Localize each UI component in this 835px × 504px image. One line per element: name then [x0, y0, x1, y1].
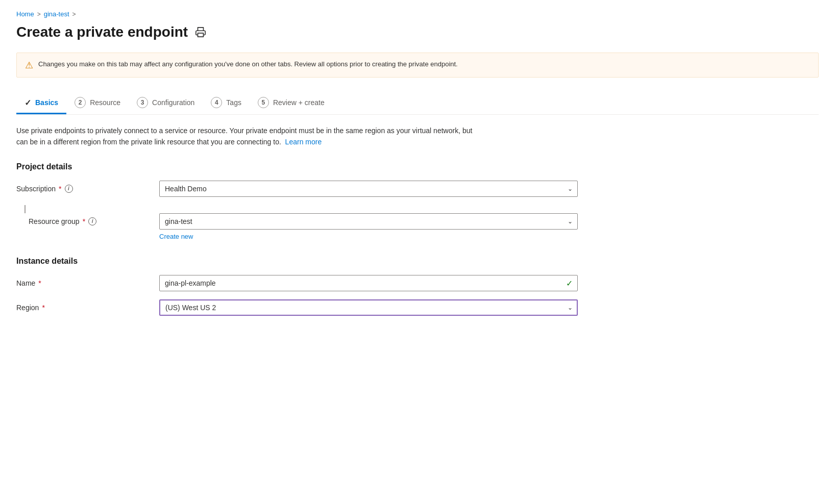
resource-group-label: Resource group * i — [16, 213, 149, 230]
name-control: ✓ — [159, 275, 578, 291]
warning-banner: ⚠ Changes you make on this tab may affec… — [16, 53, 819, 78]
name-label-group: Name * — [16, 275, 149, 291]
breadcrumb-sep-1: > — [37, 11, 41, 18]
region-control: (US) West US 2 ⌄ — [159, 299, 578, 316]
breadcrumb: Home > gina-test > — [16, 10, 819, 18]
subscription-dropdown[interactable]: Health Demo — [159, 181, 578, 197]
warning-text: Changes you make on this tab may affect … — [38, 59, 458, 69]
name-row: Name * ✓ — [16, 275, 819, 291]
resource-group-label-group: Resource group * i — [16, 213, 149, 230]
subscription-label: Subscription * i — [16, 181, 149, 197]
region-label-group: Region * — [16, 299, 149, 316]
breadcrumb-resource[interactable]: gina-test — [44, 10, 69, 18]
subscription-dropdown-wrapper: Health Demo ⌄ — [159, 181, 578, 197]
tab-resource[interactable]: 2 Resource — [66, 92, 129, 115]
svg-rect-0 — [198, 33, 204, 37]
tab-basics[interactable]: ✓ Basics — [16, 93, 66, 114]
warning-icon: ⚠ — [25, 60, 33, 71]
subscription-control: Health Demo ⌄ — [159, 181, 578, 197]
learn-more-link[interactable]: Learn more — [285, 138, 322, 146]
project-details-title: Project details — [16, 162, 819, 171]
instance-details-section: Instance details Name * ✓ Region * — [16, 257, 819, 316]
region-dropdown[interactable]: (US) West US 2 — [159, 299, 578, 316]
tab-basics-label: Basics — [35, 98, 58, 107]
name-input-wrapper: ✓ — [159, 275, 578, 291]
tab-tags-number: 4 — [211, 97, 222, 108]
page-title: Create a private endpoint — [16, 24, 188, 40]
breadcrumb-sep-2: > — [72, 11, 76, 18]
tab-configuration[interactable]: 3 Configuration — [129, 92, 203, 115]
tab-configuration-number: 3 — [137, 97, 148, 108]
name-required: * — [38, 275, 41, 291]
subscription-info-icon[interactable]: i — [65, 185, 73, 193]
create-new-link[interactable]: Create new — [159, 233, 193, 240]
resource-group-dropdown[interactable]: gina-test — [159, 213, 578, 230]
resource-group-row: Resource group * i gina-test ⌄ Create ne… — [16, 213, 819, 240]
tab-review[interactable]: 5 Review + create — [250, 92, 333, 115]
instance-details-title: Instance details — [16, 257, 819, 266]
tabs-nav: ✓ Basics 2 Resource 3 Configuration 4 Ta… — [16, 92, 819, 115]
tab-resource-number: 2 — [75, 97, 86, 108]
subscription-required: * — [59, 181, 61, 197]
resource-group-required: * — [83, 213, 85, 230]
page-header: Create a private endpoint — [16, 24, 819, 40]
region-row: Region * (US) West US 2 ⌄ — [16, 299, 819, 316]
tab-tags-label: Tags — [226, 98, 241, 107]
region-label: Region * — [16, 299, 149, 316]
tab-tags[interactable]: 4 Tags — [203, 92, 250, 115]
region-dropdown-wrapper: (US) West US 2 ⌄ — [159, 299, 578, 316]
print-icon[interactable] — [195, 27, 206, 38]
name-label: Name * — [16, 275, 149, 291]
resource-group-dropdown-wrapper: gina-test ⌄ — [159, 213, 578, 230]
subscription-label-group: Subscription * i — [16, 181, 149, 197]
tab-review-label: Review + create — [273, 98, 325, 107]
tab-configuration-label: Configuration — [152, 98, 194, 107]
tab-review-number: 5 — [258, 97, 269, 108]
tab-resource-label: Resource — [90, 98, 120, 107]
name-input[interactable] — [159, 275, 578, 291]
breadcrumb-home[interactable]: Home — [16, 10, 34, 18]
resource-group-control: gina-test ⌄ Create new — [159, 213, 578, 240]
tab-basics-check: ✓ — [24, 98, 31, 108]
project-details-section: Project details Subscription * i Health … — [16, 162, 819, 240]
resource-group-info-icon[interactable]: i — [88, 217, 96, 225]
subscription-row: Subscription * i Health Demo ⌄ — [16, 181, 819, 197]
region-required: * — [42, 299, 44, 316]
description-text: Use private endpoints to privately conne… — [16, 125, 476, 148]
